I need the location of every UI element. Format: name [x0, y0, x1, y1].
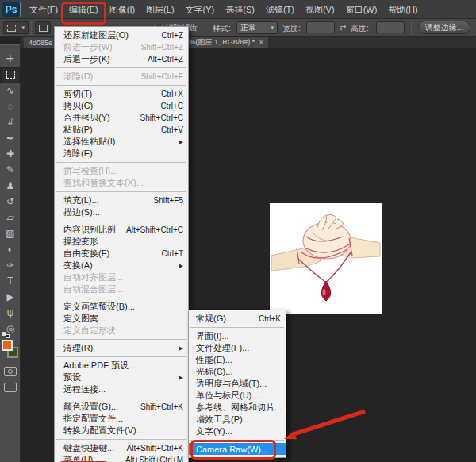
width-input[interactable]	[306, 21, 335, 33]
menu-item-shortcut: Ctrl+C	[160, 102, 183, 110]
path-selection-tool-icon[interactable]: ▶	[0, 289, 21, 305]
move-tool-icon[interactable]: ✛	[0, 51, 21, 67]
menubar-item[interactable]: 选择(S)	[220, 0, 260, 19]
width-label: 宽度:	[282, 23, 301, 34]
height-input[interactable]	[376, 21, 405, 33]
menu-item[interactable]: 定义图案...	[55, 313, 188, 325]
dodge-tool-icon[interactable]: ◐	[0, 241, 21, 257]
menu-item-label: 性能(E)...	[196, 354, 232, 366]
menubar-item[interactable]: 图层(L)	[140, 0, 179, 19]
menu-item[interactable]: 剪切(T)Ctrl+X	[55, 88, 188, 100]
refine-edge-button[interactable]: 调整边缘...	[418, 21, 470, 34]
menu-item[interactable]: 文字(Y)...	[189, 425, 286, 437]
menu-item[interactable]: 选择性粘贴(I)▶	[55, 136, 188, 148]
menubar-item[interactable]: 滤镜(T)	[260, 0, 300, 19]
quick-mask-icon	[8, 369, 13, 374]
menu-item[interactable]: 单位与标尺(U)...	[189, 390, 286, 402]
screen-mode-button[interactable]	[4, 383, 17, 392]
menu-item[interactable]: 光标(C)...	[189, 366, 286, 378]
swap-dimensions-icon[interactable]: ⇄	[340, 23, 346, 32]
menu-item[interactable]: 前进一步(W)Shift+Ctrl+Z	[55, 41, 188, 53]
menu-item-label: 前进一步(W)	[63, 41, 113, 53]
menu-item[interactable]: 键盘快捷键...Alt+Shift+Ctrl+K	[55, 442, 188, 454]
menubar-item[interactable]: 视图(V)	[300, 0, 340, 19]
menubar-item[interactable]: 帮助(H)	[382, 0, 423, 19]
menu-item[interactable]: 转换为配置文件(V)...	[55, 425, 188, 437]
tool-preset-picker[interactable]: ▾	[3, 21, 29, 34]
menu-item[interactable]: 后退一步(K)Alt+Ctrl+Z	[55, 53, 188, 65]
spot-healing-brush-tool-icon[interactable]: ✚	[0, 146, 21, 162]
menu-item-shortcut: Ctrl+K	[259, 314, 281, 323]
menu-item[interactable]: 预设▶	[55, 372, 188, 383]
new-selection-mode-button[interactable]	[35, 21, 51, 34]
hand-tool-icon[interactable]: ψ	[0, 305, 21, 321]
menu-item[interactable]: 指定配置文件...	[55, 413, 188, 425]
menu-item[interactable]: 参考线、网格和切片...	[189, 402, 286, 414]
menu-item[interactable]: Camera Raw(W)...	[189, 443, 286, 455]
menu-item[interactable]: 变换(A)▶	[55, 260, 188, 271]
menu-item[interactable]: 粘贴(P)Ctrl+V	[55, 124, 188, 136]
menu-item[interactable]: 远程连接...	[55, 383, 188, 395]
quick-mask-button[interactable]	[4, 367, 17, 376]
menu-item[interactable]: 拷贝(C)Ctrl+C	[55, 100, 188, 112]
gradient-tool-icon[interactable]: ▨	[0, 225, 21, 241]
menu-item[interactable]: 自由变换(F)Ctrl+T	[55, 248, 188, 260]
history-brush-tool-icon[interactable]: ↺	[0, 194, 21, 210]
menu-item[interactable]: 描边(S)...	[55, 206, 188, 218]
menubar-item[interactable]: 文字(Y)	[180, 0, 221, 19]
menu-item[interactable]: 增效工具(P)...	[189, 414, 286, 425]
pen-tool-icon[interactable]: ✑	[0, 257, 21, 273]
menu-item-label: 预设	[63, 372, 81, 383]
toolbox-grip-icon[interactable]: ····	[0, 45, 20, 51]
clone-stamp-tool-icon[interactable]: ♟	[0, 178, 21, 194]
menu-item[interactable]: 自动混合图层...	[55, 283, 188, 295]
quick-selection-tool-icon[interactable]: ◌	[0, 98, 21, 114]
canvas-image[interactable]	[270, 203, 382, 314]
menu-item[interactable]: 菜单(U)...Alt+Shift+Ctrl+M	[55, 454, 188, 462]
menu-item[interactable]: 清理(R)▶	[55, 342, 188, 354]
menu-item[interactable]: 定义自定形状...	[55, 325, 188, 337]
menu-item[interactable]: 定义画笔预设(B)...	[55, 301, 188, 313]
menu-item-label: 定义画笔预设(B)...	[63, 301, 135, 313]
menu-item[interactable]: 透明度与色域(T)...	[189, 378, 286, 390]
menu-bar: Ps 文件(F)编辑(E)图像(I)图层(L)文字(Y)选择(S)滤镜(T)视图…	[0, 0, 476, 19]
menu-item-label: 键盘快捷键...	[63, 442, 114, 454]
menu-item[interactable]: Adobe PDF 预设...	[55, 360, 188, 372]
menu-item[interactable]: 颜色设置(G)...Shift+Ctrl+K	[55, 401, 188, 413]
menu-item-label: 自动混合图层...	[63, 283, 123, 295]
lasso-tool-icon[interactable]: ∿	[0, 83, 21, 98]
menubar-item[interactable]: 图像(I)	[104, 0, 140, 19]
menu-item[interactable]: 清除(E)	[55, 148, 188, 160]
menu-item[interactable]: 内容识别比例Alt+Shift+Ctrl+C	[55, 224, 188, 236]
menu-item[interactable]: 渐隐(D)...Shift+Ctrl+F	[55, 71, 188, 83]
menu-item[interactable]: 拼写检查(H)...	[55, 165, 188, 177]
menu-item[interactable]: 还原新建图层(O)Ctrl+Z	[55, 29, 188, 41]
photoshop-logo-icon[interactable]: Ps	[2, 2, 21, 17]
menu-item[interactable]: 查找和替换文本(X)...	[55, 177, 188, 189]
menu-item-label: 查找和替换文本(X)...	[63, 177, 144, 189]
default-colors-icon[interactable]	[2, 332, 10, 338]
menu-item[interactable]: 界面(I)...	[189, 330, 286, 342]
menu-item[interactable]: 性能(E)...	[189, 354, 286, 366]
foreground-color-swatch[interactable]	[2, 340, 13, 351]
menu-item[interactable]: 文件处理(F)...	[189, 342, 286, 354]
menu-item-shortcut: Alt+Shift+Ctrl+C	[126, 225, 183, 234]
menubar-item[interactable]: 编辑(E)	[63, 0, 104, 19]
menu-item[interactable]: 常规(G)...Ctrl+K	[189, 313, 286, 325]
menubar-item[interactable]: 文件(F)	[24, 0, 63, 19]
menu-item-label: 自动对齐图层...	[63, 271, 123, 283]
style-select[interactable]: 正常 ▾	[236, 21, 278, 34]
menu-item[interactable]: 自动对齐图层...	[55, 271, 188, 283]
type-tool-icon[interactable]: T	[0, 273, 21, 289]
menubar-item[interactable]: 窗口(W)	[340, 0, 383, 19]
close-icon[interactable]: ×	[259, 38, 263, 47]
eraser-tool-icon[interactable]: ▱	[0, 210, 21, 225]
menu-item-label: 自由变换(F)	[63, 248, 109, 260]
rectangular-marquee-tool-icon[interactable]	[0, 67, 21, 83]
menu-item[interactable]: 操控变形	[55, 236, 188, 248]
brush-tool-icon[interactable]: ✎	[0, 162, 21, 178]
eyedropper-tool-icon[interactable]: ✒	[0, 130, 21, 146]
crop-tool-icon[interactable]: #	[0, 114, 21, 130]
menu-item[interactable]: 填充(L)...Shift+F5	[55, 194, 188, 206]
menu-item[interactable]: 合并拷贝(Y)Shift+Ctrl+C	[55, 112, 188, 124]
